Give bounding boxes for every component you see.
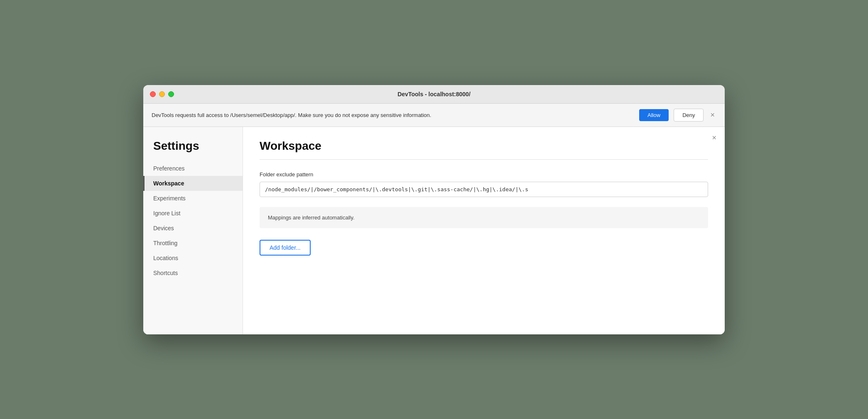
notification-text: DevTools requests full access to /Users/… — [152, 112, 634, 118]
sidebar-item-locations[interactable]: Locations — [143, 251, 243, 266]
allow-button[interactable]: Allow — [639, 109, 669, 121]
sidebar-item-shortcuts[interactable]: Shortcuts — [143, 266, 243, 280]
panel-title: Workspace — [260, 139, 708, 153]
devtools-window: DevTools - localhost:8000/ DevTools requ… — [143, 85, 725, 334]
info-message: Mappings are inferred automatically. — [268, 214, 355, 221]
traffic-lights — [150, 91, 174, 97]
notification-bar: DevTools requests full access to /Users/… — [143, 104, 725, 127]
minimize-window-button[interactable] — [159, 91, 165, 97]
mappings-info-box: Mappings are inferred automatically. — [260, 207, 708, 228]
folder-exclude-label: Folder exclude pattern — [260, 171, 708, 178]
main-content: Settings Preferences Workspace Experimen… — [143, 127, 725, 334]
sidebar: Settings Preferences Workspace Experimen… — [143, 127, 243, 334]
settings-panel: × Workspace Folder exclude pattern Mappi… — [243, 127, 725, 334]
deny-button[interactable]: Deny — [674, 109, 704, 122]
sidebar-item-workspace[interactable]: Workspace — [143, 176, 243, 191]
sidebar-item-experiments[interactable]: Experiments — [143, 191, 243, 206]
sidebar-item-ignore-list[interactable]: Ignore List — [143, 206, 243, 221]
close-window-button[interactable] — [150, 91, 156, 97]
sidebar-item-devices[interactable]: Devices — [143, 221, 243, 236]
panel-close-button[interactable]: × — [712, 134, 716, 142]
add-folder-button[interactable]: Add folder... — [260, 240, 311, 256]
sidebar-heading: Settings — [143, 139, 243, 161]
folder-exclude-input[interactable] — [260, 182, 708, 197]
notification-close-button[interactable]: × — [709, 111, 716, 119]
maximize-window-button[interactable] — [168, 91, 174, 97]
sidebar-item-preferences[interactable]: Preferences — [143, 161, 243, 176]
titlebar: DevTools - localhost:8000/ — [143, 85, 725, 104]
panel-divider — [260, 159, 708, 160]
window-title: DevTools - localhost:8000/ — [397, 91, 471, 97]
sidebar-item-throttling[interactable]: Throttling — [143, 236, 243, 251]
